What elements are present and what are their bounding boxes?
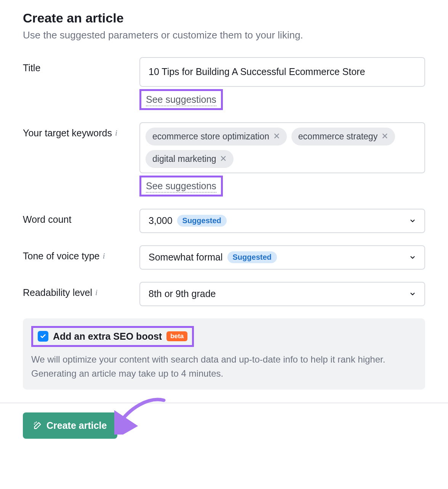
readability-value: 8th or 9th grade bbox=[149, 288, 216, 299]
wordcount-value: 3,000 bbox=[149, 215, 173, 226]
keywords-see-suggestions-link[interactable]: See suggestions bbox=[146, 181, 216, 193]
suggested-badge: Suggested bbox=[227, 251, 277, 263]
chevron-down-icon bbox=[409, 291, 416, 297]
seo-description: We will optimize your content with searc… bbox=[31, 352, 417, 380]
info-icon[interactable]: i bbox=[95, 288, 98, 297]
keyword-chip: ecommerce store optimization ✕ bbox=[146, 128, 287, 145]
info-icon[interactable]: i bbox=[103, 251, 105, 261]
seo-header-highlight: Add an extra SEO boost beta bbox=[31, 326, 194, 347]
seo-label: Add an extra SEO boost bbox=[53, 331, 162, 342]
readability-label: Readability level bbox=[23, 287, 92, 298]
tone-value: Somewhat formal bbox=[149, 252, 223, 263]
keywords-suggestions-highlight: See suggestions bbox=[139, 176, 223, 197]
keywords-label: Your target keywords bbox=[23, 128, 112, 139]
beta-badge: beta bbox=[166, 331, 187, 341]
create-article-button[interactable]: Create article bbox=[23, 412, 117, 439]
page-title: Create an article bbox=[23, 11, 425, 26]
tone-label: Tone of voice type bbox=[23, 251, 100, 262]
title-suggestions-highlight: See suggestions bbox=[139, 89, 223, 110]
page-subtitle: Use the suggested parameters or customiz… bbox=[23, 29, 425, 41]
title-input[interactable]: 10 Tips for Building A Successful Ecomme… bbox=[139, 57, 425, 87]
wordcount-label: Word count bbox=[23, 214, 71, 225]
title-see-suggestions-link[interactable]: See suggestions bbox=[146, 94, 216, 106]
keyword-chip-label: ecommerce store optimization bbox=[152, 131, 269, 142]
keyword-chip-label: digital marketing bbox=[152, 154, 216, 164]
seo-boost-panel: Add an extra SEO boost beta We will opti… bbox=[23, 318, 425, 390]
keyword-chip: digital marketing ✕ bbox=[146, 150, 234, 168]
seo-checkbox[interactable] bbox=[38, 331, 48, 342]
keyword-chip: ecommerce strategy ✕ bbox=[291, 128, 395, 145]
create-article-label: Create article bbox=[46, 420, 107, 431]
remove-keyword-icon[interactable]: ✕ bbox=[381, 132, 388, 141]
keyword-chip-label: ecommerce strategy bbox=[298, 131, 378, 142]
info-icon[interactable]: i bbox=[115, 128, 117, 138]
tone-select[interactable]: Somewhat formal Suggested bbox=[139, 245, 425, 270]
chevron-down-icon bbox=[409, 217, 416, 224]
title-label: Title bbox=[23, 62, 40, 74]
remove-keyword-icon[interactable]: ✕ bbox=[220, 155, 227, 163]
annotation-arrow-icon bbox=[114, 396, 171, 435]
chevron-down-icon bbox=[409, 254, 416, 261]
suggested-badge: Suggested bbox=[177, 215, 227, 227]
keywords-input[interactable]: ecommerce store optimization ✕ ecommerce… bbox=[139, 122, 425, 173]
check-icon bbox=[40, 333, 46, 339]
magic-wand-icon bbox=[34, 421, 42, 430]
readability-select[interactable]: 8th or 9th grade bbox=[139, 282, 425, 306]
remove-keyword-icon[interactable]: ✕ bbox=[273, 132, 280, 141]
wordcount-select[interactable]: 3,000 Suggested bbox=[139, 209, 425, 233]
